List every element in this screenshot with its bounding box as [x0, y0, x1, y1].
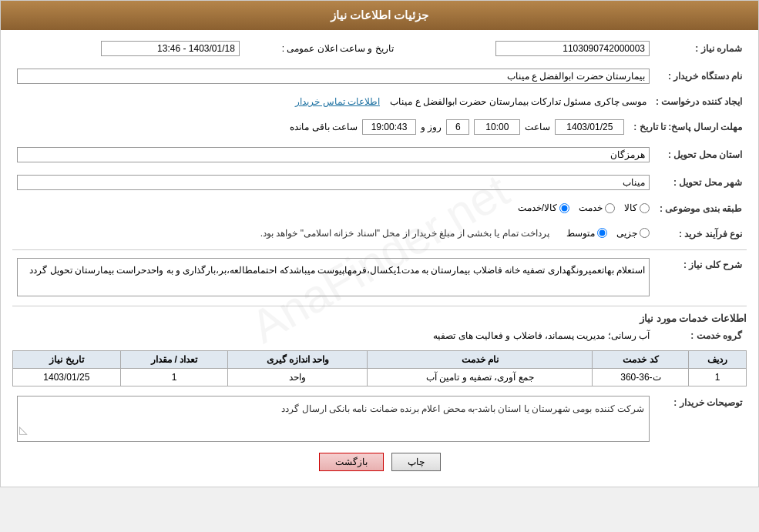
buyer-notes-value: شرکت کننده بومی شهرستان یا استان باشد-به…	[17, 396, 650, 442]
requester-value-cell: موسی چاکری مسئول تدارکات بیمارستان حضرت …	[12, 93, 651, 110]
announcement-datetime-label: تاریخ و ساعت اعلان عمومی :	[244, 38, 398, 59]
col-quantity: تعداد / مقدار	[120, 351, 228, 369]
deadline-days: 6	[446, 119, 469, 135]
buyer-org-table: نام دستگاه خریدار : بیمارستان حضرت ابوال…	[12, 65, 747, 87]
col-service-code: کد خدمت	[593, 351, 689, 369]
service-group-value: آب رسانی؛ مدیریت پسماند، فاضلاب و فعالیت…	[433, 330, 650, 341]
deadline-row: مهلت ارسال پاسخ: تا تاریخ : 1403/01/25 س…	[12, 116, 747, 138]
days-label: روز و	[421, 122, 442, 132]
col-service-name: نام خدمت	[368, 351, 593, 369]
announcement-datetime-value: 1403/01/18 - 13:46	[101, 41, 240, 56]
need-number-value: 1103090742000003	[495, 41, 650, 56]
category-kala-radio[interactable]	[640, 203, 650, 213]
city-value-cell: میناب	[12, 172, 654, 193]
service-group-value-cell: آب رسانی؛ مدیریت پسماند، فاضلاب و فعالیت…	[12, 327, 654, 344]
page-header: جزئیات اطلاعات نیاز	[1, 1, 758, 30]
buyer-org-row: نام دستگاه خریدار : بیمارستان حضرت ابوال…	[12, 65, 747, 87]
cell-unit: واحد	[228, 369, 368, 386]
description-value-cell: استعلام بهاتعمیرونگهداری تصفیه خانه فاضل…	[12, 255, 654, 299]
requester-value: موسی چاکری مسئول تدارکات بیمارستان حضرت …	[390, 96, 646, 107]
buyer-notes-value-cell: شرکت کننده بومی شهرستان یا استان باشد-به…	[12, 393, 654, 445]
city-label: شهر محل تحویل :	[654, 172, 747, 193]
purchase-type-options-cell: جزیی متوسط پرداخت تمام یا بخشی از مبلغ خ…	[12, 225, 654, 244]
purchase-type-radio-group: جزیی متوسط پرداخت تمام یا بخشی از مبلغ خ…	[260, 228, 650, 239]
category-kala-khadamat-item: کالا/خدمت	[518, 202, 569, 213]
main-content: AnaFinder.net شماره نیاز : 1103090742000…	[1, 30, 758, 487]
province-value-cell: هرمزگان	[12, 144, 654, 166]
services-table-header-row: ردیف کد خدمت نام خدمت واحد اندازه گیری ت…	[13, 351, 747, 369]
services-table-head: ردیف کد خدمت نام خدمت واحد اندازه گیری ت…	[13, 351, 747, 369]
province-value: هرمزگان	[17, 147, 650, 162]
category-label: طبقه بندی موضوعی :	[654, 199, 747, 219]
col-date: تاریخ نیاز	[13, 351, 121, 369]
col-row-num: ردیف	[689, 351, 747, 369]
city-row: شهر محل تحویل : میناب	[12, 172, 747, 193]
buyer-notes-row: توصیحات خریدار : شرکت کننده بومی شهرستان…	[12, 393, 747, 445]
purchase-type-note: پرداخت تمام یا بخشی از مبلغ خریدار از مح…	[260, 228, 549, 239]
resize-icon: ◺	[19, 420, 28, 440]
purchase-jozii-radio[interactable]	[640, 228, 650, 238]
category-kala-item: کالا	[624, 202, 650, 213]
buttons-row: چاپ بازگشت	[12, 453, 747, 471]
announcement-datetime-cell: 1403/01/18 - 13:46	[12, 38, 244, 59]
cell-service_code: ت-36-360	[593, 369, 689, 386]
services-section-title: اطلاعات خدمات مورد نیاز	[12, 313, 747, 324]
deadline-remaining: 19:00:43	[362, 119, 416, 135]
remaining-label: ساعت باقی مانده	[290, 122, 358, 132]
requester-table: ایجاد کننده درخواست : موسی چاکری مسئول ت…	[12, 93, 747, 110]
category-row: طبقه بندی موضوعی : کالا خدمت	[12, 199, 747, 219]
service-group-label: گروه خدمت :	[654, 327, 747, 344]
category-table: طبقه بندی موضوعی : کالا خدمت	[12, 199, 747, 219]
page-title: جزئیات اطلاعات نیاز	[331, 8, 428, 22]
purchase-mottasat-item: متوسط	[566, 228, 607, 239]
purchase-mottasat-label: متوسط	[566, 228, 595, 239]
city-table: شهر محل تحویل : میناب	[12, 172, 747, 193]
deadline-values-cell: 1403/01/25 ساعت 10:00 6 روز و 19:00:43 س…	[12, 116, 629, 138]
requester-label: ایجاد کننده درخواست :	[651, 93, 747, 110]
top-info-table: شماره نیاز : 1103090742000003 تاریخ و سا…	[12, 38, 747, 59]
need-number-label: شماره نیاز :	[654, 38, 747, 59]
need-number-value-cell: 1103090742000003	[398, 38, 654, 59]
province-label: استان محل تحویل :	[654, 144, 747, 166]
category-khadamat-item: خدمت	[579, 202, 615, 213]
services-table-body: 1ت-36-360جمع آوری، تصفیه و تامین آبواحد1…	[13, 369, 747, 386]
table-row: 1ت-36-360جمع آوری، تصفیه و تامین آبواحد1…	[13, 369, 747, 386]
col-unit: واحد اندازه گیری	[228, 351, 368, 369]
cell-service_name: جمع آوری، تصفیه و تامین آب	[368, 369, 593, 386]
category-kala-khadamat-label: کالا/خدمت	[518, 202, 557, 213]
purchase-mottasat-radio[interactable]	[597, 228, 607, 238]
category-kala-khadamat-radio[interactable]	[559, 203, 569, 213]
category-options-cell: کالا خدمت کالا/خدمت	[12, 199, 654, 219]
category-khadamat-radio[interactable]	[605, 203, 615, 213]
services-table: ردیف کد خدمت نام خدمت واحد اندازه گیری ت…	[12, 350, 747, 386]
need-number-row: شماره نیاز : 1103090742000003 تاریخ و سا…	[12, 38, 747, 59]
category-kala-label: کالا	[624, 202, 637, 213]
contact-link[interactable]: اطلاعات تماس خریدار	[295, 96, 380, 107]
category-khadamat-label: خدمت	[579, 202, 603, 213]
service-group-table: گروه خدمت : آب رسانی؛ مدیریت پسماند، فاض…	[12, 327, 747, 344]
print-button[interactable]: چاپ	[391, 453, 441, 471]
deadline-date: 1403/01/25	[555, 119, 624, 135]
main-container: جزئیات اطلاعات نیاز AnaFinder.net شماره …	[0, 0, 759, 487]
purchase-jozii-label: جزیی	[616, 228, 637, 239]
buyer-notes-label: توصیحات خریدار :	[654, 393, 747, 445]
category-radio-group: کالا خدمت کالا/خدمت	[518, 202, 650, 213]
city-value: میناب	[17, 175, 650, 190]
deadline-row-flex: 1403/01/25 ساعت 10:00 6 روز و 19:00:43 س…	[17, 119, 624, 135]
description-row: شرح کلی نیاز : استعلام بهاتعمیرونگهداری …	[12, 255, 747, 299]
province-row: استان محل تحویل : هرمزگان	[12, 144, 747, 166]
purchase-type-row: نوع فرآیند خرید : جزیی متوسط پرداخت تمام…	[12, 225, 747, 244]
buyer-notes-table: توصیحات خریدار : شرکت کننده بومی شهرستان…	[12, 393, 747, 445]
separator-1	[12, 249, 747, 250]
buyer-notes-text: شرکت کننده بومی شهرستان یا استان باشد-به…	[281, 403, 644, 414]
purchase-type-label: نوع فرآیند خرید :	[654, 225, 747, 244]
back-button[interactable]: بازگشت	[319, 453, 384, 471]
description-value: استعلام بهاتعمیرونگهداری تصفیه خانه فاضل…	[17, 258, 650, 296]
purchase-type-table: نوع فرآیند خرید : جزیی متوسط پرداخت تمام…	[12, 225, 747, 244]
buyer-org-value-cell: بیمارستان حضرت ابوالفضل ع میناب	[12, 65, 654, 87]
buyer-org-label: نام دستگاه خریدار :	[654, 65, 747, 87]
cell-row_num: 1	[689, 369, 747, 386]
cell-date: 1403/01/25	[13, 369, 121, 386]
cell-quantity: 1	[120, 369, 228, 386]
province-table: استان محل تحویل : هرمزگان	[12, 144, 747, 166]
